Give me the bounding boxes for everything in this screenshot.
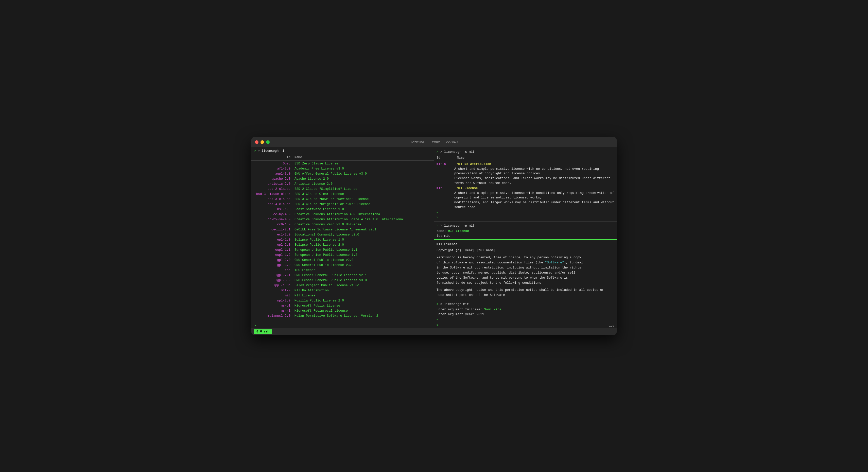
search-cmd-text: > licensegh -s mit (440, 150, 474, 154)
row-name: BSD 4-Clause "Original" or "Old" License (294, 202, 371, 207)
row-name: Artistic License 2.0 (294, 181, 333, 186)
row-name: Boost Software License 1.0 (294, 207, 344, 212)
software-highlight: "Software" (545, 261, 564, 264)
table-row: bsd-2-clauseBSD 2-Clause "Simplified" Li… (254, 186, 431, 191)
left-tilde: ~ (251, 317, 434, 324)
row-id: cc0-1.0 (254, 222, 294, 227)
window-title: Terminal — tmux — 227×49 (410, 140, 458, 144)
final-prompt-sym: > (437, 324, 439, 327)
year-label: Enter argument year: (437, 313, 476, 316)
right-prompt-1: > (437, 150, 440, 154)
table-row: bsd-3-clause-clearBSD 3-Clause Clear Lic… (254, 191, 431, 197)
row-name: BSD Zero Clause License (294, 161, 338, 166)
row-name: GNU General Public License v2.0 (294, 258, 353, 263)
table-row: lppl-1.3cLaTeX Project Public License v1… (254, 283, 431, 288)
result-desc1-mit0: A short and simple permissive license wi… (434, 167, 617, 176)
license-para2: Permission is hereby granted, free of ch… (437, 255, 614, 286)
result-desc2-mit: modifications, and larger works may be d… (434, 200, 617, 210)
divider-1 (434, 221, 617, 222)
left-cmd-text: > licensegh -l (258, 149, 284, 153)
license-para3: The above copyright notice and this perm… (437, 288, 614, 298)
search-result-mit: mit MIT License (434, 186, 617, 191)
left-prompt-line: > (251, 324, 434, 328)
row-name: ISC License (294, 268, 315, 273)
row-id: artistic-2.0 (254, 181, 294, 186)
row-id: gpl-3.0 (254, 263, 294, 268)
mit-input-year: Enter argument year: 2021 (434, 312, 617, 317)
row-name: Creative Commons Zero v1.0 Universal (294, 222, 363, 227)
row-id: mpl-2.0 (254, 298, 294, 303)
license-table[interactable]: 0bsdBSD Zero Clause Licenseafl-3.0Academ… (251, 161, 434, 317)
row-id: lgpl-2.1 (254, 273, 294, 278)
print-prompt: > (437, 224, 440, 228)
result-desc2-mit0: Licensed works, modifications, and large… (434, 176, 617, 186)
row-id: lppl-1.3c (254, 283, 294, 288)
table-row: artistic-2.0Artistic License 2.0 (254, 181, 431, 186)
row-id: cecill-2.1 (254, 227, 294, 232)
row-id: ms-pl (254, 303, 294, 308)
row-name: Academic Free License v3.0 (294, 166, 344, 171)
table-row: eupl-1.1European Union Public License 1.… (254, 247, 431, 253)
print-id-line: Id: mit (437, 234, 614, 239)
table-row: bsl-1.0Boost Software License 1.0 (254, 207, 431, 212)
table-row: eupl-1.2European Union Public License 1.… (254, 253, 431, 258)
row-name: GNU Lesser General Public License v3.0 (294, 278, 367, 283)
table-row: bsd-4-clauseBSD 4-Clause "Original" or "… (254, 202, 431, 207)
divider-2 (434, 300, 617, 300)
search-result-mit0: mit-0 MIT No Attribution (434, 161, 617, 167)
titlebar: Terminal — tmux — 227×49 (251, 137, 617, 147)
terminal-window: Terminal — tmux — 227×49 > > licensegh -… (251, 137, 617, 335)
row-id: epl-2.0 (254, 242, 294, 247)
final-prompt-line: > 19s (434, 323, 617, 328)
print-name-line: Name: MIT License (437, 229, 614, 234)
right-table-header: Id Name (434, 155, 617, 161)
table-row: cc-by-4.0Creative Commons Attribution 4.… (254, 212, 431, 217)
table-row: ecl-2.0Educational Community License v2.… (254, 232, 431, 237)
close-button[interactable] (255, 140, 258, 144)
row-id: bsd-4-clause (254, 202, 294, 207)
row-id: agpl-3.0 (254, 171, 294, 176)
mit-input-fullname: Enter argument fullname: Saúl Piña (434, 307, 617, 312)
result-desc1-mit: A short and simple permissive license wi… (434, 191, 617, 201)
table-row: epl-1.0Eclipse Public License 1.0 (254, 237, 431, 242)
row-name: European Union Public License 1.1 (294, 247, 358, 253)
license-para1: Copyright (c) [year] [fullname] (437, 248, 614, 253)
row-id: ms-rl (254, 308, 294, 314)
result-name-mit0: MIT No Attribution (457, 161, 491, 167)
right-pane-inner[interactable]: > > licensegh -s mit Id Name mit-0 MIT N… (434, 149, 617, 328)
license-title: MIT License (437, 242, 614, 247)
timer: 19s (609, 324, 614, 328)
row-name: Microsoft Public License (294, 303, 340, 308)
minimize-button[interactable] (260, 140, 264, 144)
row-id: cc-by-4.0 (254, 212, 294, 217)
year-value: 2021 (476, 313, 484, 316)
table-row: ms-plMicrosoft Public License (254, 303, 431, 308)
print-command: > > licensegh -p mit (434, 223, 617, 229)
row-name: MIT No Attribution (294, 288, 329, 293)
print-result: Name: MIT License Id: mit (434, 229, 617, 239)
row-name: GNU Affero General Public License v3.0 (294, 171, 367, 176)
row-name: CeCILL Free Software License Agreement v… (294, 227, 376, 232)
search-command: > > licensegh -s mit (434, 149, 617, 155)
right-prompt-sym-1: > (437, 215, 439, 220)
row-name: Eclipse Public License 1.0 (294, 237, 344, 242)
header-id: Id (254, 155, 294, 160)
table-row: mulanpsl-2.0Mulan Permissive Software Li… (254, 314, 431, 317)
row-name: Educational Community License v2.0 (294, 232, 359, 237)
result-id-mit0: mit-0 (437, 161, 457, 167)
row-id: mit (254, 293, 294, 298)
table-row: mit-0MIT No Attribution (254, 288, 431, 293)
green-divider (434, 239, 617, 240)
row-name: GNU Lesser General Public License v2.1 (294, 273, 367, 278)
status-tab[interactable]: 0 0 zsh (254, 329, 272, 334)
mit-command: > > licensegh mit (434, 301, 617, 307)
r-header-id: Id (437, 155, 457, 160)
print-id-label: Id: (437, 234, 442, 239)
row-id: bsd-2-clause (254, 186, 294, 191)
row-name: BSD 3-Clause Clear License (294, 191, 344, 197)
table-row: 0bsdBSD Zero Clause License (254, 161, 431, 166)
table-row: epl-2.0Eclipse Public License 2.0 (254, 242, 431, 247)
print-name-label: Name: (437, 229, 446, 234)
table-row: lgpl-2.1GNU Lesser General Public Licens… (254, 273, 431, 278)
maximize-button[interactable] (266, 140, 270, 144)
